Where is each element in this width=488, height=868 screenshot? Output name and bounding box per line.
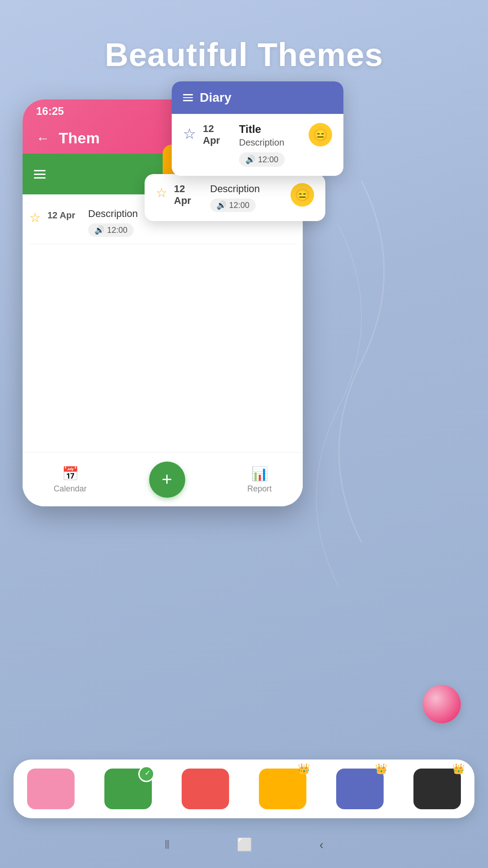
popup-star: ☆ (183, 125, 196, 142)
popup-mid-star: ☆ (156, 185, 167, 200)
sys-nav-bar: ⦀ ⬜ ‹ (131, 837, 357, 852)
speaker-icon-popup: 🔊 (245, 155, 255, 165)
hamburger-icon-green[interactable] (34, 170, 46, 179)
status-bar-time: 16:25 (36, 105, 64, 118)
entry-star-1: ☆ (29, 210, 41, 225)
popup-mid-emoji: 😑 (291, 183, 314, 207)
fab-add-button[interactable]: + (149, 462, 185, 498)
plus-icon: + (162, 469, 172, 490)
popup-entry-title: Title (239, 123, 302, 136)
popup-emoji: 😑 (309, 123, 332, 146)
theme-swatch-pink[interactable] (27, 769, 75, 809)
theme-selector: 👑 👑 👑 (14, 760, 474, 818)
crown-badge-yellow: 👑 (298, 763, 310, 775)
theme-swatch-blue[interactable]: 👑 (336, 769, 384, 809)
calendar-label: Calendar (54, 484, 87, 494)
popup-mid-time: 🔊 12:00 (210, 198, 256, 212)
nav-report[interactable]: 📊 Report (247, 466, 272, 494)
nav-calendar[interactable]: 📅 Calendar (54, 466, 87, 494)
popup-mid-date: 12 Apr (174, 183, 203, 207)
popup-entry-time: 🔊 12:00 (239, 152, 285, 167)
entry-time-1: 🔊 12:00 (88, 223, 134, 237)
popup-content[interactable]: ☆ 12 Apr Title Description 🔊 12:00 😑 (172, 114, 343, 176)
popup-diary-title: Diary (200, 90, 231, 105)
popup-mid-body: Description 🔊 12:00 (210, 183, 284, 212)
popup-mid-desc: Description (210, 183, 284, 195)
decorative-ball (422, 685, 461, 723)
diary-popup-top: Diary ☆ 12 Apr Title Description 🔊 12:00… (172, 81, 343, 176)
theme-swatch-green[interactable] (104, 769, 152, 809)
popup-date: 12 Apr (203, 123, 232, 146)
report-label: Report (247, 484, 272, 494)
report-icon: 📊 (251, 466, 268, 481)
bottom-nav: 📅 Calendar + 📊 Report (23, 452, 303, 506)
popup-header: Diary (172, 81, 343, 114)
page-title: Beautiful Themes (0, 36, 488, 73)
back-icon[interactable]: ← (36, 131, 50, 146)
theme-swatch-red[interactable] (182, 769, 229, 809)
sys-nav-recents[interactable]: ⦀ (164, 837, 170, 852)
speaker-icon-1: 🔊 (94, 225, 104, 235)
popup-entry-body: Title Description 🔊 12:00 (239, 123, 302, 167)
sys-nav-home[interactable]: ⬜ (237, 837, 253, 852)
entry-date-1: 12 Apr (47, 210, 81, 221)
crown-badge-blue: 👑 (375, 763, 387, 775)
popup-entry-desc: Description (239, 137, 302, 148)
popup-mid-inner: ☆ 12 Apr Description 🔊 12:00 😑 (156, 183, 314, 212)
theme-swatch-yellow[interactable]: 👑 (259, 769, 306, 809)
speaker-icon-mid: 🔊 (216, 200, 226, 210)
calendar-icon: 📅 (62, 466, 79, 481)
popup-menu-icon (183, 94, 193, 101)
sys-nav-back[interactable]: ‹ (319, 838, 324, 852)
diary-popup-mid[interactable]: ☆ 12 Apr Description 🔊 12:00 😑 (145, 174, 325, 221)
crown-badge-dark: 👑 (452, 763, 465, 775)
theme-swatch-dark[interactable]: 👑 (413, 769, 461, 809)
